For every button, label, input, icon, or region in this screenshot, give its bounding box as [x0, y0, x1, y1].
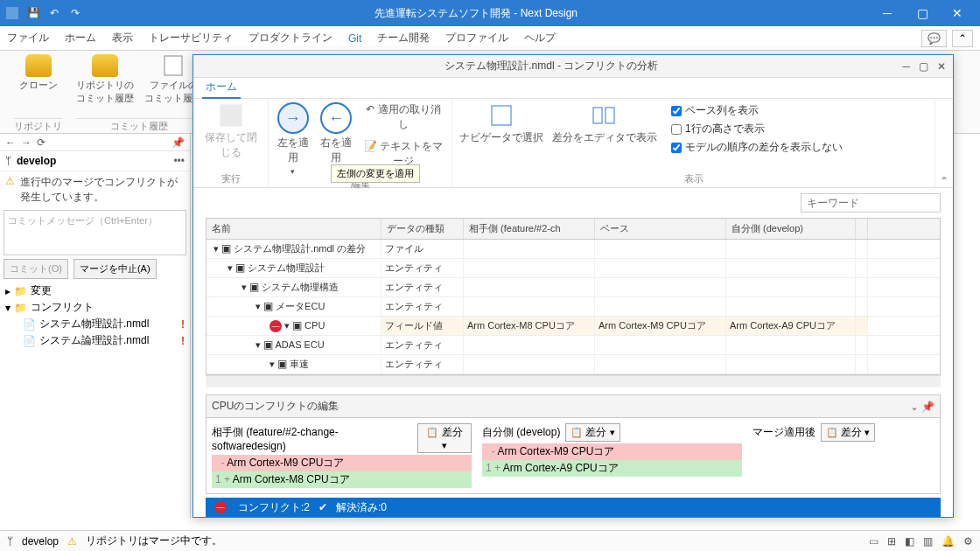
save-close-button[interactable]: 保存して閉じる: [200, 102, 261, 160]
menu-profile[interactable]: プロファイル: [445, 31, 508, 45]
grid-row[interactable]: ▾ ▣ ADAS ECUエンティティ: [206, 336, 940, 355]
branch-more-icon[interactable]: •••: [173, 155, 185, 167]
status-icon[interactable]: ▥: [923, 535, 933, 548]
settings-icon[interactable]: ⚙: [963, 535, 973, 548]
grid-row[interactable]: ▾ ▣ システム物理設計.nmdl の差分ファイル: [206, 240, 940, 259]
conflict-marker-icon: !: [181, 335, 185, 347]
close-button[interactable]: ✕: [940, 0, 975, 26]
entity-icon: ▣: [249, 281, 259, 293]
col-type[interactable]: データの種類: [382, 219, 464, 239]
diff-button[interactable]: 📋 差分 ▾: [821, 423, 875, 442]
grid-row[interactable]: ▾ ▣ 車速エンティティ: [206, 355, 940, 374]
menu-help[interactable]: ヘルプ: [524, 31, 556, 45]
col-mine[interactable]: 自分側 (develop): [726, 219, 856, 239]
changes-tree: ▸📁変更 ▾📁コンフリクト 📄システム物理設計.nmdl! 📄システム論理設計.…: [0, 281, 190, 351]
entity-icon: ▣: [263, 300, 273, 312]
grid-header: 名前 データの種類 相手側 (feature/#2-ch ベース 自分側 (de…: [206, 219, 940, 240]
branch-icon: ᛘ: [5, 155, 11, 167]
entity-icon: ▣: [221, 242, 231, 255]
menu-file[interactable]: ファイル: [7, 31, 49, 45]
warning-icon: ⚠: [5, 175, 15, 187]
abort-merge-button[interactable]: マージを中止(A): [74, 259, 157, 279]
pin-icon[interactable]: 📌: [172, 136, 185, 149]
stop-icon: —: [214, 501, 227, 513]
chk-order-diff[interactable]: モデルの順序の差分を表示しない: [671, 139, 843, 156]
collapse-ribbon-icon[interactable]: ⌃: [935, 99, 953, 187]
window-title: 先進運転システムソフト開発 - Next Design: [82, 6, 870, 21]
select-navigator-button[interactable]: ナビゲータで選択: [459, 102, 543, 145]
branch-row[interactable]: ᛘ develop •••: [0, 151, 190, 171]
col-their[interactable]: 相手側 (feature/#2-ch: [464, 219, 595, 239]
status-branch[interactable]: develop: [22, 535, 59, 548]
status-icon[interactable]: ◧: [905, 535, 914, 548]
conflict-file[interactable]: 📄システム物理設計.nmdl!: [4, 316, 186, 332]
maximize-button[interactable]: ▢: [905, 0, 940, 26]
apply-left-button[interactable]: →左を適用▾: [276, 102, 310, 176]
conflict-status-bar: —コンフリクト:2 ✔解決済み:0: [206, 498, 941, 517]
svg-rect-0: [6, 7, 18, 19]
editor-title: CPUのコンフリクトの編集: [212, 399, 339, 414]
dialog-maximize-button[interactable]: ▢: [919, 60, 928, 73]
mine-label: 自分側 (develop): [482, 425, 560, 440]
undo-apply-button[interactable]: ↶ 適用の取り消し: [362, 102, 444, 132]
chk-row-height[interactable]: 1行の高さで表示: [671, 121, 843, 137]
grid-row[interactable]: ▾ ▣ メータECUエンティティ: [206, 297, 940, 317]
status-bar: ᛘdevelop ⚠リポジトリはマージ中です。 ▭ ⊞ ◧ ▥ 🔔 ⚙: [0, 530, 980, 551]
collapse-ribbon-icon[interactable]: ⌃: [952, 30, 973, 47]
check-icon: ✔: [318, 501, 327, 513]
chk-show-base[interactable]: ベース列を表示: [671, 102, 843, 119]
menu-home[interactable]: ホーム: [65, 31, 96, 45]
arrow-left-icon[interactable]: ←: [5, 136, 16, 149]
save-icon[interactable]: 💾: [26, 6, 40, 20]
show-diff-editor-button[interactable]: 差分をエディタで表示: [552, 102, 657, 145]
redo-icon[interactable]: ↷: [68, 6, 82, 20]
file-icon: 📄: [23, 318, 36, 331]
status-icon[interactable]: ▭: [869, 535, 878, 548]
ribbon-group-view: 表示: [459, 171, 928, 187]
col-base[interactable]: ベース: [595, 219, 726, 239]
minimize-button[interactable]: ─: [870, 0, 905, 26]
their-label: 相手側 (feature/#2-change-softwaredesign): [212, 425, 412, 452]
chat-icon[interactable]: 💬: [921, 30, 947, 47]
conflict-editor: 相手側 (feature/#2-change-softwaredesign)📋 …: [206, 417, 941, 494]
menu-team[interactable]: チーム開発: [377, 31, 430, 45]
repo-history-button[interactable]: リポジトリの コミット履歴: [76, 54, 134, 107]
undo-icon[interactable]: ↶: [47, 6, 61, 20]
commit-button[interactable]: コミット(O): [4, 259, 68, 279]
grid-row[interactable]: ▾ ▣ システム物理構造エンティティ: [206, 278, 940, 297]
keyword-input[interactable]: [801, 193, 941, 213]
commit-message-input[interactable]: コミットメッセージ（Ctrl+Enter）: [4, 210, 186, 255]
conflict-file[interactable]: 📄システム論理設計.nmdl!: [4, 332, 186, 349]
entity-icon: ▣: [292, 319, 302, 331]
collapse-editor-icon[interactable]: ⌄ 📌: [910, 401, 934, 413]
grid-horizontal-scrollbar[interactable]: [206, 375, 941, 387]
apply-right-button[interactable]: ←右を適用: [318, 102, 353, 165]
dialog-minimize-button[interactable]: ─: [902, 60, 910, 73]
dialog-title: システム物理設計.nmdl - コンフリクトの分析: [200, 59, 902, 73]
arrow-left-circle-icon: ←: [320, 102, 352, 134]
diff-button[interactable]: 📋 差分 ▾: [417, 423, 472, 453]
menu-trace[interactable]: トレーサビリティ: [149, 31, 233, 45]
ribbon-group-exec: 実行: [200, 171, 261, 187]
dialog-close-button[interactable]: ✕: [937, 60, 946, 73]
arrow-right-icon[interactable]: →: [21, 136, 32, 149]
diff-icon: [592, 102, 618, 129]
menu-view[interactable]: 表示: [112, 31, 133, 45]
menu-git[interactable]: Git: [348, 32, 361, 45]
refresh-icon[interactable]: ⟳: [37, 136, 46, 149]
tree-conflicts[interactable]: ▾📁コンフリクト: [4, 299, 186, 316]
clone-button[interactable]: クローン: [19, 54, 58, 94]
grid-row[interactable]: ▾ ▣ システム物理設計エンティティ: [206, 259, 940, 278]
svg-rect-4: [593, 108, 602, 123]
tree-changes[interactable]: ▸📁変更: [4, 282, 186, 299]
menu-product[interactable]: プロダクトライン: [248, 31, 332, 45]
status-icon[interactable]: ⊞: [887, 535, 896, 548]
document-icon: [161, 54, 186, 77]
col-name[interactable]: 名前: [206, 219, 382, 239]
grid-row[interactable]: —▾ ▣ CPUフィールド値Arm Cortex-M8 CPUコアArm Cor…: [206, 317, 940, 336]
diff-button[interactable]: 📋 差分 ▾: [565, 423, 620, 442]
diff-grid: 名前 データの種類 相手側 (feature/#2-ch ベース 自分側 (de…: [206, 218, 941, 375]
tab-home[interactable]: ホーム: [202, 77, 241, 99]
notifications-icon[interactable]: 🔔: [942, 535, 955, 548]
ribbon-group-repo: リポジトリ: [14, 118, 62, 133]
